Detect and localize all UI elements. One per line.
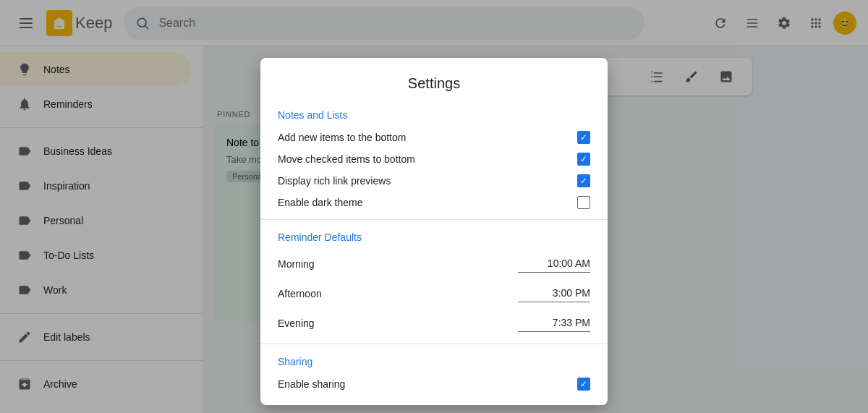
sharing-section-title: Sharing: [260, 350, 608, 373]
afternoon-time-input[interactable]: [518, 284, 590, 302]
settings-dialog: Settings Notes and Lists Add new items t…: [260, 58, 608, 405]
settings-row-move-checked: Move checked items to bottom: [260, 148, 608, 170]
morning-time-input[interactable]: [518, 255, 590, 273]
settings-row-morning: Morning: [260, 249, 608, 278]
reminder-defaults-section-title: Reminder Defaults: [260, 226, 608, 249]
rich-link-checkbox[interactable]: [577, 174, 590, 187]
add-bottom-checkbox[interactable]: [577, 131, 590, 144]
notes-lists-section-title: Notes and Lists: [260, 103, 608, 127]
enable-sharing-checkbox[interactable]: [577, 378, 590, 391]
dark-theme-label: Enable dark theme: [278, 197, 363, 208]
settings-row-enable-sharing: Enable sharing: [260, 373, 608, 395]
settings-title: Settings: [260, 58, 608, 103]
move-checked-checkbox[interactable]: [577, 153, 590, 166]
evening-time-input[interactable]: [518, 314, 590, 332]
move-checked-label: Move checked items to bottom: [278, 153, 415, 165]
settings-actions: Cancel Save: [260, 395, 608, 405]
settings-divider-2: [260, 344, 608, 344]
rich-link-label: Display rich link previews: [278, 175, 391, 187]
settings-row-add-bottom: Add new items to the bottom: [260, 127, 608, 148]
dark-theme-checkbox[interactable]: [577, 196, 590, 209]
settings-row-evening: Evening: [260, 308, 608, 338]
enable-sharing-label: Enable sharing: [278, 378, 345, 390]
add-bottom-label: Add new items to the bottom: [278, 132, 406, 143]
morning-label: Morning: [278, 258, 315, 270]
afternoon-label: Afternoon: [278, 288, 322, 299]
settings-row-rich-link: Display rich link previews: [260, 170, 608, 192]
evening-label: Evening: [278, 318, 315, 329]
settings-row-dark-theme: Enable dark theme: [260, 192, 608, 213]
settings-divider-1: [260, 219, 608, 220]
settings-row-afternoon: Afternoon: [260, 278, 608, 308]
settings-overlay[interactable]: Settings Notes and Lists Add new items t…: [0, 0, 868, 413]
